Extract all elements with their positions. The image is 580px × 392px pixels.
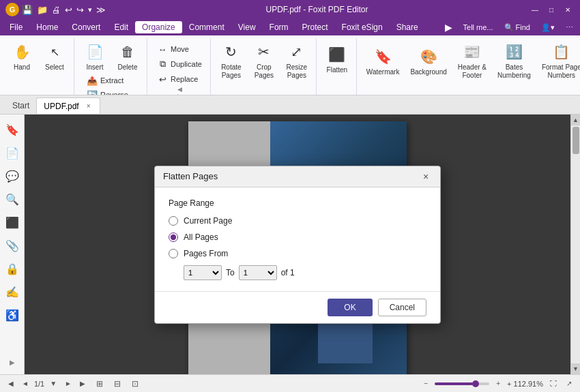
page-range-label: Page Range [169, 198, 426, 208]
scroll-thumb[interactable] [572, 127, 579, 154]
zoom-slider[interactable] [435, 382, 489, 385]
minimize-button[interactable]: — [528, 4, 542, 15]
tab-arrow-icon[interactable]: ▶ [441, 20, 456, 34]
prev-page-button[interactable]: ◄ [19, 379, 31, 388]
menu-comment[interactable]: Comment [182, 21, 231, 33]
sub-buttons: 📤 Extract 🔄 Reverse ⇅ Rearrange [83, 74, 140, 95]
to-page-select[interactable]: 1 [239, 265, 277, 280]
bates-icon: 🔢 [504, 42, 523, 61]
all-pages-option[interactable]: All Pages [169, 232, 426, 242]
rotate-button[interactable]: ↻ RotatePages [216, 40, 246, 82]
sidebar-search-icon[interactable]: 🔍 [3, 190, 22, 209]
left-sidebar: 🔖 📄 💬 🔍 ⬛ 📎 🔒 ✍ ♿ ▶ [0, 115, 25, 374]
sidebar-attach-icon[interactable]: 📎 [3, 236, 22, 255]
more-options[interactable]: ≫ [96, 5, 106, 15]
pages-from-radio[interactable] [169, 249, 178, 258]
duplicate-icon: ⧉ [157, 59, 168, 70]
resize-button[interactable]: ⤢ ResizePages [282, 40, 312, 82]
reverse-button[interactable]: 🔄 Reverse [83, 88, 140, 95]
pages-from-row: 1 To 1 of 1 [184, 265, 426, 280]
last-page-button[interactable]: ▶ [77, 379, 88, 388]
menu-home[interactable]: Home [29, 21, 65, 33]
header-footer-button[interactable]: 📰 Header &Footer [454, 40, 491, 82]
vertical-scrollbar[interactable]: ▲ ▼ [570, 115, 580, 374]
scroll-track[interactable] [571, 125, 580, 363]
dialog-close-button[interactable]: × [420, 170, 432, 183]
sidebar-lock-icon[interactable]: 🔒 [3, 259, 22, 278]
first-page-button[interactable]: ◀ [5, 379, 16, 388]
redo-icon[interactable]: ↪ [76, 5, 84, 15]
zoom-out-button[interactable]: − [421, 379, 431, 388]
duplicate-button[interactable]: ⧉ Duplicate [153, 57, 206, 71]
search-icon-menu[interactable]: 🔍 Find [500, 22, 534, 33]
user-account[interactable]: 👤▾ [537, 22, 559, 33]
menu-file[interactable]: File [3, 21, 29, 33]
menu-view[interactable]: View [231, 21, 263, 33]
open-icon[interactable]: 📁 [37, 5, 48, 15]
flatten-button[interactable]: ⬛ Flatten [322, 42, 352, 76]
settings-dropdown[interactable]: ▾ [88, 5, 92, 14]
sidebar-accessibility-icon[interactable]: ♿ [3, 305, 22, 325]
share-button[interactable]: ↗ [564, 379, 575, 388]
tell-me-input[interactable]: Tell me... [459, 22, 497, 33]
menu-foxit-esign[interactable]: Foxit eSign [335, 21, 390, 33]
background-button[interactable]: 🎨 Background [406, 44, 450, 78]
extract-button[interactable]: 📤 Extract [83, 74, 140, 87]
crop-button[interactable]: ✂ CropPages [249, 40, 279, 82]
all-pages-radio[interactable] [169, 232, 178, 242]
scroll-up-button[interactable]: ▲ [571, 115, 580, 125]
zoom-slider-fill [435, 382, 473, 385]
page-dropdown-button[interactable]: ▼ [47, 379, 59, 388]
undo-icon[interactable]: ↩ [65, 5, 72, 15]
scroll-down-button[interactable]: ▼ [571, 363, 580, 374]
sidebar-comment-icon[interactable]: 💬 [3, 166, 22, 185]
view-double-icon[interactable]: ⊟ [111, 378, 124, 390]
replace-button[interactable]: ↩ Replace [153, 72, 206, 86]
tab-strip: Start UPDF.pdf × [0, 95, 580, 115]
view-continuous-icon[interactable]: ⊡ [129, 378, 141, 390]
maximize-button[interactable]: □ [545, 4, 558, 15]
menu-edit[interactable]: Edit [107, 21, 135, 33]
resize-label: ResizePages [287, 63, 308, 80]
dialog-body: Page Range Current Page All Pages Pag [155, 187, 440, 291]
bates-button[interactable]: 🔢 BatesNumbering [493, 40, 535, 82]
move-button[interactable]: ↔ Move [153, 42, 206, 56]
window-controls: — □ ✕ [528, 4, 575, 15]
menu-share[interactable]: Share [390, 21, 425, 33]
replace-label: Replace [171, 75, 198, 83]
watermark-button[interactable]: 🔖 Watermark [362, 44, 404, 78]
fit-page-button[interactable]: ⛶ [547, 379, 560, 388]
ok-button[interactable]: OK [328, 299, 372, 316]
current-page-label: Current Page [184, 216, 232, 226]
save-icon[interactable]: 💾 [22, 5, 33, 15]
format-page-button[interactable]: 📋 Format PageNumbers [538, 40, 580, 82]
menu-convert[interactable]: Convert [65, 21, 107, 33]
sidebar-sign-icon[interactable]: ✍ [3, 282, 22, 301]
select-button[interactable]: ↖ Select [40, 40, 70, 74]
from-page-select[interactable]: 1 [184, 265, 222, 280]
hand-icon: ✋ [12, 42, 31, 61]
tab-close-button[interactable]: × [85, 102, 93, 110]
cancel-button[interactable]: Cancel [378, 299, 426, 316]
sidebar-expand-button[interactable]: ▶ [7, 356, 18, 369]
document-tab[interactable]: UPDF.pdf × [36, 97, 100, 114]
current-page-radio[interactable] [169, 216, 178, 226]
pages-from-option[interactable]: Pages From [169, 249, 426, 258]
print-icon[interactable]: 🖨 [52, 5, 61, 15]
zoom-in-button[interactable]: + [493, 379, 503, 388]
close-button[interactable]: ✕ [561, 4, 575, 15]
view-single-icon[interactable]: ⊞ [93, 378, 106, 390]
next-page-button[interactable]: ► [62, 379, 74, 388]
hand-button[interactable]: ✋ Hand [7, 40, 37, 74]
delete-button[interactable]: 🗑 Delete [113, 40, 143, 74]
current-page-option[interactable]: Current Page [169, 216, 426, 226]
menu-form[interactable]: Form [263, 21, 295, 33]
menu-protect[interactable]: Protect [295, 21, 335, 33]
insert-button[interactable]: 📄 Insert [80, 40, 110, 74]
more-menu[interactable]: ⋯ [562, 22, 577, 33]
sidebar-layers-icon[interactable]: ⬛ [3, 213, 22, 232]
sidebar-pages-icon[interactable]: 📄 [3, 143, 22, 162]
start-tab[interactable]: Start [5, 97, 36, 114]
menu-organize[interactable]: Organize [135, 21, 182, 33]
sidebar-bookmark-icon[interactable]: 🔖 [3, 120, 22, 139]
